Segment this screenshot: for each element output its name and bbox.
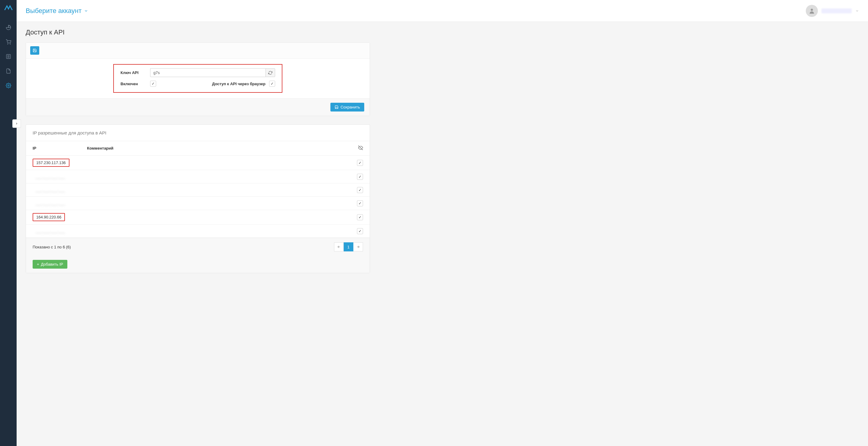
save-button-label: Сохранить: [340, 105, 360, 109]
svg-point-1: [10, 44, 10, 44]
list-icon: [6, 54, 11, 59]
account-selector[interactable]: Выберите аккаунт: [26, 7, 88, 15]
ip-value: 157.230.117.136: [33, 159, 69, 167]
highlighted-api-config: Ключ API Включен ✓: [113, 64, 282, 93]
arrow-left-icon: [337, 245, 341, 249]
api-settings-panel: Ключ API Включен ✓: [26, 42, 370, 116]
pager-page-current[interactable]: 1: [344, 242, 353, 251]
save-button[interactable]: Сохранить: [331, 103, 364, 112]
sidebar-item-list[interactable]: [0, 49, 17, 64]
ip-whitelist-panel: IP разрешенные для доступа в API IP Комм…: [26, 124, 370, 273]
enabled-label: Включен: [121, 82, 145, 86]
logo[interactable]: [4, 4, 13, 13]
sidebar-item-settings[interactable]: [0, 78, 17, 93]
refresh-icon: [268, 71, 272, 75]
comment-cell: [80, 170, 350, 183]
save-icon-button[interactable]: [30, 46, 39, 55]
chevron-down-icon: [855, 9, 859, 13]
cart-icon: [6, 39, 11, 45]
comment-cell: [80, 156, 350, 170]
plus-icon: +: [37, 262, 39, 267]
pagination-summary: Показано с 1 по 6 (6): [33, 245, 71, 249]
pager: 1: [334, 242, 363, 251]
table-row[interactable]: ___.___.___.___✓: [26, 170, 370, 183]
table-row[interactable]: 164.90.220.66✓: [26, 210, 370, 225]
pie-chart-icon: [6, 25, 11, 30]
row-enabled-checkbox[interactable]: ✓: [357, 174, 363, 180]
ip-value: 164.90.220.66: [33, 213, 65, 221]
topbar: Выберите аккаунт: [17, 0, 868, 22]
eye-off-icon: [358, 145, 363, 150]
sidebar-item-document[interactable]: [0, 64, 17, 78]
comment-cell: [80, 210, 350, 225]
svg-point-6: [7, 85, 9, 86]
row-enabled-checkbox[interactable]: ✓: [357, 214, 363, 220]
pager-next[interactable]: [353, 242, 363, 251]
api-key-label: Ключ API: [121, 70, 145, 75]
browser-access-checkbox[interactable]: ✓: [269, 81, 275, 87]
user-menu[interactable]: [806, 5, 859, 17]
ip-value: ___.___.___.___: [33, 228, 68, 235]
chevron-right-icon: [15, 122, 18, 125]
sidebar: [0, 0, 17, 446]
gear-icon: [6, 83, 11, 88]
col-header-visibility: [350, 141, 370, 156]
browser-access-label: Доступ к API через браузер: [212, 82, 266, 86]
chevron-down-icon: [84, 9, 88, 13]
add-ip-button[interactable]: + Добавить IP: [33, 260, 67, 269]
comment-cell: [80, 183, 350, 197]
sidebar-item-cart[interactable]: [0, 35, 17, 49]
user-name-blurred: [822, 8, 852, 13]
table-row[interactable]: ___.___.___.___✓: [26, 183, 370, 197]
api-key-input[interactable]: [150, 68, 266, 77]
col-header-comment: Комментарий: [80, 141, 350, 156]
avatar: [806, 5, 818, 17]
comment-cell: [80, 225, 350, 238]
regenerate-key-button[interactable]: [266, 68, 275, 77]
ip-section-title: IP разрешенные для доступа в API: [26, 125, 370, 141]
person-icon: [808, 7, 815, 14]
sidebar-item-dashboard[interactable]: [0, 20, 17, 35]
row-enabled-checkbox[interactable]: ✓: [357, 160, 363, 166]
save-icon: [335, 105, 339, 109]
add-ip-button-label: Добавить IP: [41, 262, 63, 267]
svg-point-0: [7, 44, 8, 44]
row-enabled-checkbox[interactable]: ✓: [357, 228, 363, 234]
ip-value: ___.___.___.___: [33, 173, 68, 180]
table-row[interactable]: 157.230.117.136✓: [26, 156, 370, 170]
ip-table: IP Комментарий 157.230.117.136✓___.___._…: [26, 141, 370, 238]
svg-point-7: [811, 8, 813, 10]
ip-value: ___.___.___.___: [33, 200, 68, 207]
comment-cell: [80, 197, 350, 210]
enabled-checkbox[interactable]: ✓: [150, 81, 156, 87]
sidebar-expand-handle[interactable]: [12, 119, 21, 128]
pager-prev[interactable]: [334, 242, 344, 251]
row-enabled-checkbox[interactable]: ✓: [357, 200, 363, 206]
page-title: Доступ к API: [26, 28, 370, 36]
save-icon: [33, 48, 37, 53]
table-row[interactable]: ___.___.___.___✓: [26, 197, 370, 210]
arrow-right-icon: [356, 245, 360, 249]
document-icon: [6, 68, 11, 74]
col-header-ip: IP: [26, 141, 80, 156]
ip-value: ___.___.___.___: [33, 186, 68, 194]
row-enabled-checkbox[interactable]: ✓: [357, 187, 363, 193]
account-selector-label: Выберите аккаунт: [26, 7, 82, 15]
table-row[interactable]: ___.___.___.___✓: [26, 225, 370, 238]
